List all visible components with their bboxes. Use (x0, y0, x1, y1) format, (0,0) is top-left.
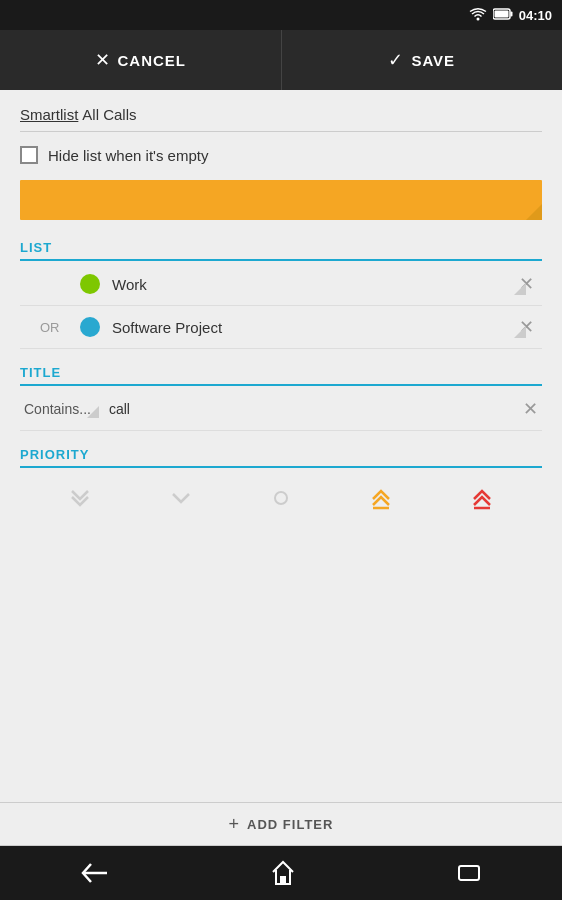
add-filter-bar[interactable]: + ADD FILTER (0, 802, 562, 846)
list-item-end-work: ✕ (515, 273, 542, 295)
priority-section: PRIORITY (20, 447, 542, 526)
recents-icon (457, 862, 481, 884)
title-section: TITLE Contains... call ✕ (20, 365, 542, 431)
list-item: OR Software Project ✕ (20, 306, 542, 349)
save-button[interactable]: ✓ SAVE (282, 30, 563, 90)
status-icons: 04:10 (469, 7, 552, 24)
svg-rect-2 (510, 11, 512, 16)
cancel-icon: ✕ (95, 49, 110, 71)
priority-critical-icon (470, 484, 494, 512)
svg-rect-3 (494, 10, 508, 17)
contains-arrow (87, 406, 99, 418)
svg-point-0 (476, 17, 479, 20)
title-section-header: TITLE (20, 365, 542, 386)
or-label: OR (40, 320, 60, 335)
save-icon: ✓ (388, 49, 403, 71)
list-dot-software (80, 317, 100, 337)
home-icon (271, 860, 295, 886)
priority-item-low[interactable] (169, 486, 193, 510)
priority-low-icon (169, 486, 193, 510)
home-button[interactable] (271, 860, 295, 886)
smartlist-row: Smartlist All Calls (20, 106, 542, 132)
battery-icon (493, 8, 513, 23)
svg-rect-8 (280, 876, 286, 884)
priority-item-critical[interactable] (470, 484, 494, 512)
status-time: 04:10 (519, 8, 552, 23)
bottom-nav-bar (0, 846, 562, 900)
svg-point-4 (275, 492, 287, 504)
top-action-bar: ✕ CANCEL ✓ SAVE (0, 30, 562, 90)
list-item: Work ✕ (20, 263, 542, 306)
close-title-filter-button[interactable]: ✕ (519, 398, 542, 420)
cancel-button[interactable]: ✕ CANCEL (0, 30, 282, 90)
list-item-arrow-software (514, 326, 526, 338)
add-filter-label: ADD FILTER (247, 817, 333, 832)
list-section: LIST Work ✕ OR Software Project ✕ (20, 240, 542, 349)
add-filter-plus-icon: + (229, 814, 240, 835)
back-button[interactable] (81, 862, 109, 884)
color-bar-arrow (526, 204, 542, 220)
recents-button[interactable] (457, 862, 481, 884)
priority-item-medium[interactable] (269, 486, 293, 510)
list-item-name-work: Work (112, 276, 515, 293)
hide-list-checkbox[interactable] (20, 146, 38, 164)
list-dot-work (80, 274, 100, 294)
svg-rect-9 (459, 866, 479, 880)
status-bar: 04:10 (0, 0, 562, 30)
list-item-name-software: Software Project (112, 319, 515, 336)
main-content: Smartlist All Calls Hide list when it's … (0, 90, 562, 558)
hide-list-label: Hide list when it's empty (48, 147, 208, 164)
priority-medium-icon (269, 486, 293, 510)
title-filter-row: Contains... call ✕ (20, 388, 542, 431)
list-item-arrow-work (514, 283, 526, 295)
priority-row (20, 470, 542, 526)
priority-item-high[interactable] (369, 484, 393, 512)
cancel-label: CANCEL (118, 52, 187, 69)
smartlist-name: All Calls (82, 106, 136, 123)
list-item-end-software: ✕ (515, 316, 542, 338)
filter-value[interactable]: call (99, 401, 519, 417)
list-section-header: LIST (20, 240, 542, 261)
priority-section-header: PRIORITY (20, 447, 542, 468)
priority-item-very-low[interactable] (68, 486, 92, 510)
save-label: SAVE (411, 52, 455, 69)
smartlist-label[interactable]: Smartlist (20, 106, 78, 123)
priority-high-icon (369, 484, 393, 512)
hide-list-row[interactable]: Hide list when it's empty (20, 146, 542, 164)
back-icon (81, 862, 109, 884)
priority-very-low-icon (68, 486, 92, 510)
wifi-icon (469, 7, 487, 24)
color-bar[interactable] (20, 180, 542, 220)
